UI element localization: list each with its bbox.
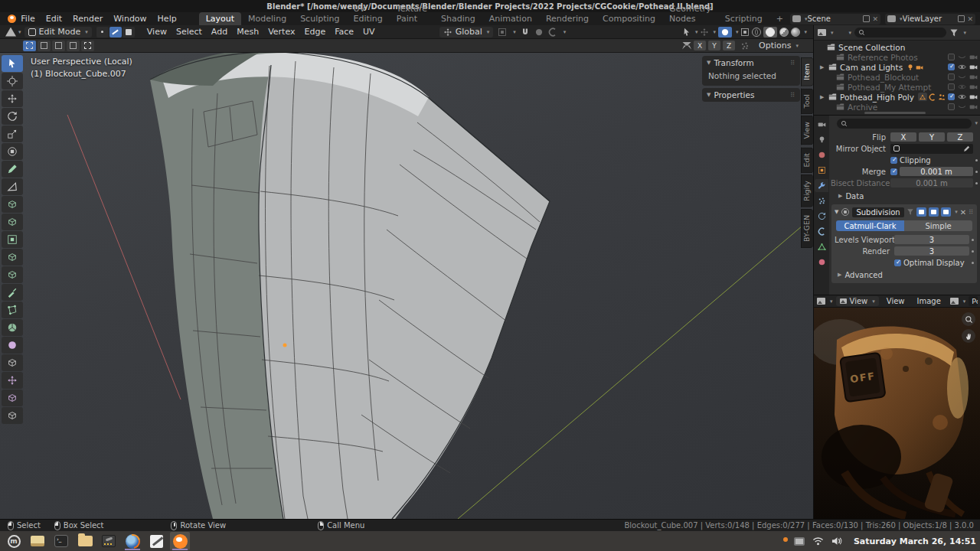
files-launcher[interactable]: [75, 532, 95, 550]
eyedropper-icon[interactable]: [963, 145, 970, 152]
tab-constraint-properties[interactable]: [815, 225, 828, 238]
overlays-toggle[interactable]: [718, 27, 732, 37]
tab-render-properties[interactable]: [815, 118, 828, 131]
tab-physics-properties[interactable]: [815, 210, 828, 223]
shading-rendered-button[interactable]: [791, 28, 800, 37]
outliner-item-pothead-high-poly[interactable]: ▶ Pothead_High Poly: [814, 92, 980, 102]
image-datablock-icon[interactable]: [950, 298, 959, 305]
merge-checkbox[interactable]: [890, 168, 897, 175]
tab-rendering[interactable]: Rendering: [539, 12, 596, 25]
exclude-checkbox[interactable]: [948, 73, 955, 80]
mirror-object-field[interactable]: [890, 144, 973, 154]
mirror-z-button[interactable]: Z: [723, 41, 735, 51]
editor-type-icon[interactable]: [5, 28, 16, 37]
show-desktop-button[interactable]: [28, 532, 47, 550]
edge-select-button[interactable]: [109, 27, 122, 37]
viewlayer-selector[interactable]: ▾ ViewLayer ✕: [885, 14, 975, 24]
tab-object-data-properties[interactable]: [815, 240, 828, 253]
render-display-toggle[interactable]: [941, 207, 951, 217]
select-invert-button[interactable]: [67, 41, 80, 51]
firefox-launcher[interactable]: [122, 532, 142, 550]
tool-cursor[interactable]: [2, 73, 23, 90]
taskbar-clock[interactable]: Saturday March 26, 14:51: [854, 536, 976, 546]
zoom-gizmo-button[interactable]: [962, 312, 975, 326]
pan-gizmo-button[interactable]: [962, 329, 975, 343]
transform-panel-header[interactable]: ▼ Transform ⠿: [702, 56, 800, 70]
tab-compositing[interactable]: Compositing: [596, 12, 662, 25]
transform-orientation-dropdown[interactable]: Global ▾: [439, 27, 494, 37]
tab-geometry-nodes[interactable]: Geometry Nodes: [662, 2, 718, 25]
flip-x-button[interactable]: X: [890, 132, 916, 142]
tab-view[interactable]: View: [801, 116, 813, 145]
tab-object-properties[interactable]: [815, 164, 828, 177]
tab-texture-paint[interactable]: Texture Paint: [390, 2, 434, 25]
menu-view[interactable]: View: [142, 26, 172, 37]
tool-extrude-region[interactable]: [2, 214, 23, 230]
image-name-field[interactable]: Pothead (ref 1): [969, 296, 978, 306]
tab-uv-editing[interactable]: UV Editing: [347, 2, 390, 25]
hide-eye-icon[interactable]: [958, 93, 966, 100]
shading-solid-button[interactable]: [763, 27, 777, 37]
disable-render-icon[interactable]: [969, 83, 978, 90]
show-gizmo-icon[interactable]: [682, 28, 691, 37]
flip-y-button[interactable]: Y: [919, 132, 945, 142]
bisect-distance-field[interactable]: 0.001 m: [890, 178, 973, 187]
outliner-item-scene-collection[interactable]: Scene Collection: [814, 42, 980, 52]
realtime-display-toggle[interactable]: [929, 207, 939, 217]
menu-edit[interactable]: Edit: [41, 13, 67, 24]
proportional-falloff-icon[interactable]: [548, 28, 557, 37]
tool-move[interactable]: [2, 90, 23, 107]
menu-add[interactable]: Add: [207, 26, 232, 37]
delete-modifier-icon[interactable]: ✕: [960, 208, 966, 217]
tab-by-gen[interactable]: BY-GEN: [801, 209, 813, 248]
menu-select[interactable]: Select: [172, 26, 207, 37]
menu-window[interactable]: Window: [108, 13, 152, 24]
data-section-header[interactable]: ▶ Data: [832, 191, 976, 201]
menu-image[interactable]: Image: [913, 296, 946, 306]
disable-render-icon[interactable]: [969, 64, 978, 70]
tab-scene-properties[interactable]: [815, 133, 828, 146]
tool-measure[interactable]: [2, 178, 23, 195]
drag-grip-icon[interactable]: ⠿: [790, 60, 795, 67]
gizmos-icon[interactable]: [700, 28, 709, 37]
tab-rigify[interactable]: Rigify: [801, 174, 813, 207]
properties-search-input[interactable]: [837, 119, 972, 129]
modifier-name-field[interactable]: Subdivision: [852, 207, 904, 217]
expand-icon[interactable]: ▶: [820, 94, 828, 100]
animate-dot[interactable]: [975, 182, 978, 184]
tab-sculpting[interactable]: Sculpting: [293, 12, 346, 25]
vertex-select-button[interactable]: [96, 27, 109, 37]
tab-layout[interactable]: Layout: [199, 12, 241, 25]
exclude-checkbox[interactable]: [948, 93, 955, 100]
menu-help[interactable]: Help: [152, 13, 182, 24]
select-extend-button[interactable]: [38, 41, 51, 51]
flip-z-button[interactable]: Z: [947, 132, 973, 142]
drag-grip-icon[interactable]: ⠿: [790, 92, 795, 99]
new-collection-icon[interactable]: [969, 29, 977, 37]
outliner-item-pothead-blockout[interactable]: Pothead_Blockout: [814, 72, 980, 82]
animate-dot[interactable]: [975, 159, 978, 161]
tool-select-box[interactable]: [2, 55, 23, 72]
blender-logo-icon[interactable]: [6, 14, 10, 24]
tool-bevel[interactable]: [2, 249, 23, 266]
simple-button[interactable]: Simple: [904, 220, 972, 231]
new-scene-icon[interactable]: [863, 15, 870, 22]
tool-annotate[interactable]: [2, 161, 23, 178]
image-mode-dropdown[interactable]: View ▾: [836, 296, 879, 306]
menu-face[interactable]: Face: [330, 26, 358, 37]
unlink-scene-icon[interactable]: ✕: [872, 15, 878, 23]
drag-grip-icon[interactable]: ⠿: [969, 209, 974, 216]
disable-render-icon[interactable]: [969, 93, 978, 100]
exclude-checkbox[interactable]: [948, 54, 955, 60]
mode-dropdown[interactable]: Edit Mode ▾: [24, 27, 92, 37]
hide-eye-icon[interactable]: [958, 73, 966, 80]
xray-toggle-icon[interactable]: [740, 28, 750, 37]
menu-view[interactable]: View: [882, 296, 910, 306]
select-new-button[interactable]: [23, 41, 36, 51]
options-dropdown[interactable]: Options ▾: [755, 41, 802, 51]
disable-render-icon[interactable]: [969, 54, 978, 60]
tab-edit[interactable]: Edit: [801, 147, 813, 173]
tool-loop-cut[interactable]: [2, 266, 23, 283]
tab-world-properties[interactable]: [815, 148, 828, 161]
mirror-x-button[interactable]: X: [694, 41, 706, 51]
